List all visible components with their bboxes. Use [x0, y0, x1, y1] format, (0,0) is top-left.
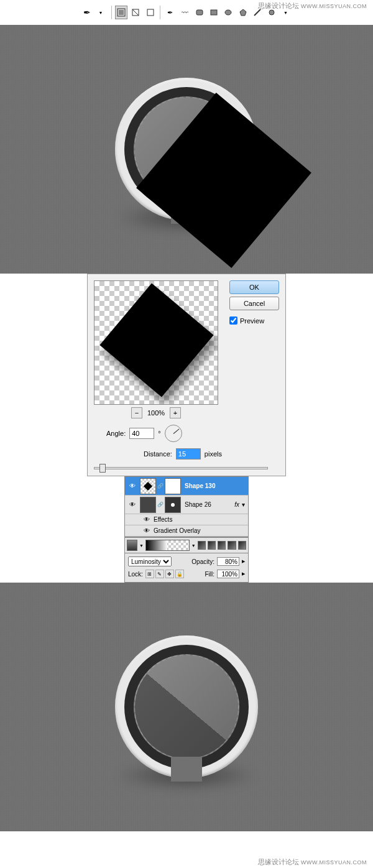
angle-dial[interactable]	[165, 425, 182, 442]
ellipse-icon[interactable]	[223, 6, 234, 19]
paths-mode[interactable]	[130, 6, 142, 19]
lock-position[interactable]: ✥	[165, 570, 174, 578]
watermark-text: 思缘设计论坛	[258, 2, 299, 9]
layer-mask-thumb[interactable]	[165, 478, 181, 494]
gradient-preset-2[interactable]	[208, 541, 216, 550]
link-icon[interactable]: 🔗	[157, 483, 163, 489]
angle-input[interactable]	[129, 428, 154, 439]
fill-input[interactable]	[217, 570, 239, 578]
rect-icon[interactable]	[208, 6, 219, 19]
distance-input[interactable]	[176, 448, 201, 459]
distance-unit: pixels	[205, 450, 222, 458]
slider-thumb[interactable]	[99, 464, 106, 473]
ok-button[interactable]: OK	[229, 280, 279, 294]
knob-face-shaded	[134, 654, 239, 760]
dropdown-icon[interactable]: ▼	[191, 543, 196, 548]
layer-name[interactable]: Shape 26	[185, 501, 211, 508]
layer-name[interactable]: Shape 130	[185, 482, 215, 489]
lock-all[interactable]: 🔒	[175, 570, 184, 578]
zoom-in-button[interactable]: +	[170, 407, 181, 418]
layer-controls: Luminosity Opacity: ▶ Lock: ⊞ ✎ ✥ 🔒 Fill…	[124, 553, 249, 583]
freeform-pen-icon[interactable]: 〰	[179, 6, 191, 19]
fill-flyout[interactable]: ▶	[242, 571, 245, 576]
visibility-icon[interactable]: 👁	[144, 516, 150, 523]
layer-mask-thumb[interactable]	[165, 497, 181, 513]
preview-checkbox[interactable]	[229, 316, 237, 325]
opacity-label: Opacity:	[191, 558, 214, 565]
effects-row[interactable]: 👁 Effects	[125, 514, 248, 525]
lock-transparency[interactable]: ⊞	[145, 570, 154, 578]
distance-slider[interactable]	[94, 467, 268, 469]
layer-thumb[interactable]	[140, 478, 156, 494]
distance-label: Distance:	[144, 450, 172, 458]
gradient-preset-1[interactable]	[198, 541, 206, 550]
link-icon[interactable]: 🔗	[157, 502, 163, 507]
canvas-area-1[interactable]	[0, 25, 373, 274]
fill-label: Fill:	[205, 571, 214, 578]
effects-label: Effects	[154, 516, 172, 523]
svg-rect-5	[211, 10, 217, 15]
layer-thumb[interactable]	[140, 497, 156, 513]
angle-label: Angle:	[106, 430, 126, 437]
svg-rect-1	[119, 10, 124, 15]
gradient-overlay-label: Gradient Overlay	[154, 527, 201, 534]
tool-dropdown[interactable]: ▼	[95, 6, 107, 19]
angle-unit: °	[158, 430, 160, 437]
fill-pixels-mode[interactable]	[144, 6, 156, 19]
preview-canvas[interactable]	[94, 280, 218, 405]
preview-label: Preview	[240, 317, 264, 325]
knob-outer-ring	[115, 635, 258, 778]
polygon-icon[interactable]	[237, 6, 249, 19]
gradient-editor[interactable]	[145, 540, 190, 551]
layer-shape-26[interactable]: 👁 🔗 Shape 26 fx ▾	[125, 496, 248, 514]
fx-badge[interactable]: fx	[234, 501, 242, 508]
motion-blur-dialog: − 100% + OK Cancel Preview Angle: ° Dist…	[87, 274, 286, 476]
visibility-icon[interactable]: 👁	[126, 499, 139, 511]
blend-mode-select[interactable]: Luminosity	[128, 556, 172, 566]
cancel-button[interactable]: Cancel	[229, 297, 279, 310]
canvas-area-2[interactable]	[0, 583, 373, 831]
knob-dark-ring	[124, 645, 249, 769]
dropdown-icon[interactable]: ▼	[139, 543, 144, 548]
svg-point-6	[225, 10, 231, 15]
visibility-icon[interactable]: 👁	[126, 480, 139, 492]
visibility-icon[interactable]: 👁	[144, 527, 150, 534]
collapse-icon[interactable]: ▾	[242, 501, 247, 508]
separator	[160, 6, 160, 19]
lock-pixels[interactable]: ✎	[155, 570, 164, 578]
zoom-out-button[interactable]: −	[131, 407, 142, 418]
gradient-overlay-row[interactable]: 👁 Gradient Overlay	[125, 525, 248, 537]
watermark-url: WWW.MISSYUAN.COM	[301, 3, 367, 9]
gradient-preset-5[interactable]	[238, 541, 246, 550]
svg-marker-7	[240, 9, 246, 16]
svg-rect-4	[196, 10, 203, 15]
separator	[111, 6, 112, 19]
lock-label: Lock:	[128, 571, 143, 578]
pen-tool-icon[interactable]: ✒	[164, 6, 176, 19]
gradient-toolbar: ▼ ▼	[124, 537, 249, 553]
zoom-level: 100%	[147, 409, 165, 417]
shape-layers-mode[interactable]	[115, 6, 127, 19]
layer-shape-130[interactable]: 👁 🔗 Shape 130	[125, 477, 248, 496]
gradient-preset-4[interactable]	[228, 541, 236, 550]
svg-rect-3	[147, 9, 154, 16]
pen-tool[interactable]: ✒	[81, 6, 93, 19]
gradient-swatch[interactable]	[127, 540, 137, 551]
rounded-rect-icon[interactable]	[193, 6, 205, 19]
opacity-flyout[interactable]: ▶	[242, 559, 245, 564]
opacity-input[interactable]	[217, 557, 239, 566]
layers-panel: 👁 🔗 Shape 130 👁 🔗 Shape 26 fx ▾ 👁 Effect…	[124, 476, 249, 537]
gradient-preset-3[interactable]	[218, 541, 226, 550]
